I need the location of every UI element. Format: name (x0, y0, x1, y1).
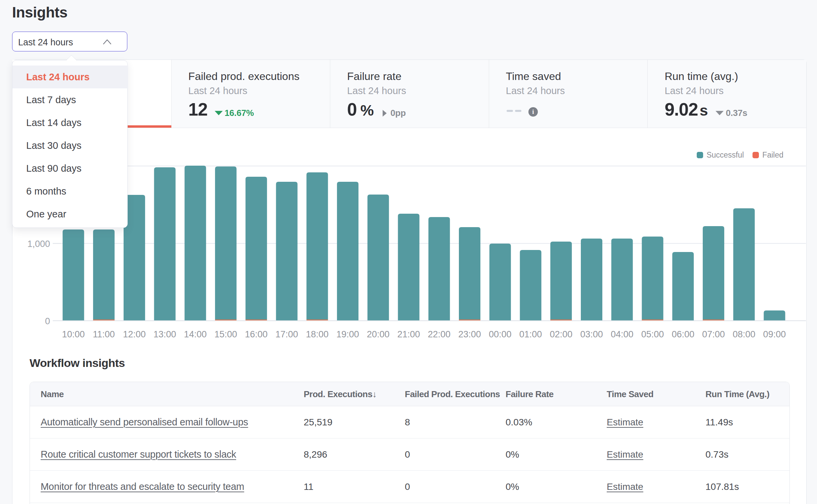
svg-text:11:00: 11:00 (93, 329, 115, 339)
svg-text:1,000: 1,000 (27, 239, 50, 249)
svg-text:01:00: 01:00 (519, 329, 542, 339)
svg-text:13:00: 13:00 (154, 329, 176, 339)
svg-text:07:00: 07:00 (702, 329, 725, 339)
svg-text:21:00: 21:00 (397, 329, 420, 339)
svg-text:03:00: 03:00 (580, 329, 603, 339)
svg-text:08:00: 08:00 (733, 329, 756, 339)
svg-text:22:00: 22:00 (428, 329, 451, 339)
svg-text:18:00: 18:00 (306, 329, 329, 339)
svg-text:02:00: 02:00 (550, 329, 572, 339)
svg-text:09:00: 09:00 (763, 329, 786, 339)
svg-text:20:00: 20:00 (367, 329, 390, 339)
svg-text:23:00: 23:00 (458, 329, 481, 339)
svg-text:00:00: 00:00 (489, 329, 512, 339)
svg-text:19:00: 19:00 (336, 329, 359, 339)
svg-text:17:00: 17:00 (275, 329, 298, 339)
svg-text:15:00: 15:00 (214, 329, 237, 339)
svg-text:10:00: 10:00 (62, 329, 85, 339)
svg-text:16:00: 16:00 (245, 329, 268, 339)
svg-text:14:00: 14:00 (184, 329, 207, 339)
svg-text:06:00: 06:00 (672, 329, 694, 339)
svg-text:04:00: 04:00 (611, 329, 634, 339)
svg-text:05:00: 05:00 (641, 329, 664, 339)
svg-text:0: 0 (45, 316, 50, 326)
svg-text:12:00: 12:00 (123, 329, 146, 339)
